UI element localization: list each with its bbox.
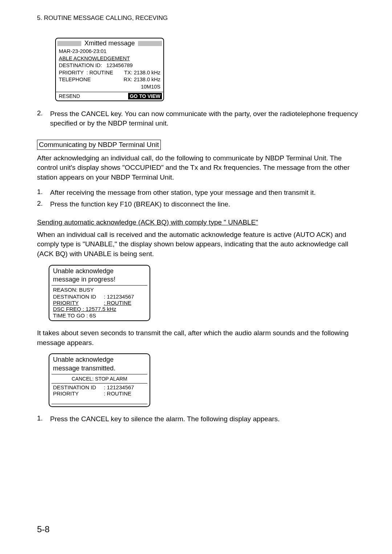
nbdp-step-2: 2. Press the function key F10 (BREAK) to… [37,200,363,209]
final-step-text: Press the CANCEL key to silence the alar… [50,414,280,424]
display1-dest-val: 123456789 [106,62,133,68]
item2-text: Press the CANCEL key. You can now commun… [50,109,363,128]
display3-cancel: CANCEL: STOP ALARM [49,375,150,382]
display1-telephone-row: TELEPHONE RX: 2138.0 kHz [59,76,160,83]
display2-time: TIME TO GO : 6S [49,312,150,319]
xmitted-message-display: Xmitted message MAR-23-2006-23:01 ABLE A… [55,38,164,101]
page-header: 5. ROUTINE MESSAGE CALLING, RECEVING [37,15,363,22]
number-1: 1. [37,188,50,197]
number-2b: 2. [37,200,50,209]
display1-ack: ABLE ACKNOWLEDGEMENT [59,55,160,62]
display3-priority-row: PRIORITY : ROUTINE [49,390,150,397]
display3-dest-val: : 121234567 [104,384,134,390]
final-step-1: 1. Press the CANCEL key to silence the a… [37,414,363,424]
number-2: 2. [37,109,50,128]
divider [52,285,147,286]
display1-title: Xmitted message [81,40,138,47]
display3-line1: Unable acknowledge [53,356,146,364]
unable-ack-progress-display: Unable acknowledge message in progress! … [49,265,150,321]
nbdp-step1-text: After receiving the message from other s… [50,188,316,197]
display2-priority-val: : ROUTINE [104,300,131,306]
display1-timestamp: MAR-23-2006-23:01 [59,48,160,55]
display1-priority-row: PRIORITY : ROUTINE TX: 2138.0 kHz [59,69,160,77]
unable-ack-transmitted-display: Unable acknowledge message transmitted. … [49,353,150,407]
display2-priority-label: PRIORITY [53,300,104,306]
display2-dest-label: DESTINATION ID [53,294,104,300]
display3-line2: message transmitted. [53,364,146,373]
display1-dest-row: DESTINATION ID: 123456789 [59,62,160,69]
number-1b: 1. [37,414,50,424]
display1-goto: GO TO VIEW [128,93,162,99]
after-paragraph: It takes about seven seconds to transmit… [37,328,363,348]
divider [52,404,147,404]
display3-priority-label: PRIORITY [53,390,104,397]
title-bar-left [57,41,81,46]
unable-paragraph: When an individual call is received and … [37,230,363,259]
display1-resend: RESEND [59,93,80,99]
display1-priority-label: PRIORITY [59,70,83,75]
unable-heading: Sending automatic acknowledge (ACK BQ) w… [37,218,363,226]
page-number: 5-8 [37,524,50,534]
display2-dest-val: : 121234567 [104,294,134,300]
display2-dsc: DSC FREQ : 12577.5 kHz [49,306,150,312]
divider [52,383,147,383]
divider [52,374,147,374]
display1-dest-label: DESTINATION ID: [59,62,102,68]
display3-dest-row: DESTINATION ID : 121234567 [49,384,150,390]
display1-priority-val: : ROUTINE [86,70,113,75]
display1-telephone: TELEPHONE [59,76,91,83]
nbdp-paragraph: After acknowledging an individual call, … [37,153,363,182]
title-bar-right [138,41,162,46]
nbdp-heading-box: Communicating by NBDP Terminal Unit [37,140,161,150]
display2-reason: REASON: BUSY [49,286,150,294]
display3-priority-val: : ROUTINE [104,390,131,397]
display2-priority-row: PRIORITY : ROUTINE [49,300,150,306]
nbdp-step2-text: Press the function key F10 (BREAK) to di… [50,200,230,209]
display2-line1: Unable acknowledge [53,267,146,275]
display1-tx: TX: 2138.0 kHz [124,69,160,77]
nbdp-step-1: 1. After receiving the message from othe… [37,188,363,197]
display1-timer: 10M10S [59,83,160,91]
display2-dest-row: DESTINATION ID : 121234567 [49,294,150,300]
display3-dest-label: DESTINATION ID [53,384,104,390]
list-item-2: 2. Press the CANCEL key. You can now com… [37,109,363,128]
display2-line2: message in progress! [53,275,146,284]
display1-rx: RX: 2138.0 kHz [123,76,160,83]
